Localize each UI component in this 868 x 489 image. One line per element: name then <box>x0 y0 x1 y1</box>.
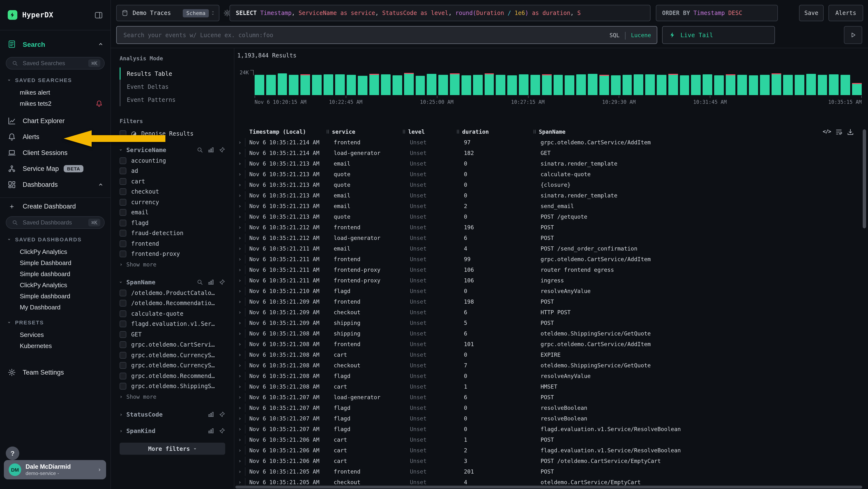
checkbox[interactable] <box>120 352 126 359</box>
histogram-bar[interactable] <box>795 75 804 95</box>
pin-icon[interactable] <box>219 279 225 285</box>
sql-select-editor[interactable]: SELECT Timestamp, ServiceName as service… <box>229 5 651 21</box>
dashboard-item[interactable]: Simple dashboard <box>0 268 111 280</box>
table-row[interactable]: ›Nov 6 10:35:21.209 AMcheckoutUnset6HTTP… <box>235 307 868 318</box>
histogram-bar[interactable] <box>714 75 724 95</box>
row-expand-chevron-icon[interactable]: › <box>238 298 241 305</box>
row-expand-chevron-icon[interactable]: › <box>238 373 241 379</box>
checkbox[interactable] <box>120 342 126 348</box>
histogram-bar[interactable] <box>404 73 414 95</box>
table-row[interactable]: ›Nov 6 10:35:21.208 AMcartUnset0EXPIRE <box>235 349 868 360</box>
row-expand-chevron-icon[interactable]: › <box>238 192 241 199</box>
table-row[interactable]: ›Nov 6 10:35:21.213 AMquoteUnset0{closur… <box>235 179 868 190</box>
table-row[interactable]: ›Nov 6 10:35:21.208 AMcheckoutUnset7otel… <box>235 360 868 371</box>
row-expand-chevron-icon[interactable]: › <box>238 383 241 390</box>
histogram-bar[interactable] <box>255 75 264 95</box>
sidebar-item-chart-explorer[interactable]: Chart Explorer <box>0 113 111 129</box>
filter-group-header[interactable]: ›SpanName <box>120 279 225 286</box>
filter-option[interactable]: email <box>120 207 225 218</box>
histogram-bar[interactable] <box>622 75 632 95</box>
histogram-bar[interactable] <box>611 75 620 95</box>
table-row[interactable]: ›Nov 6 10:35:21.208 AMflagdUnset0resolve… <box>235 371 868 381</box>
checkbox[interactable] <box>120 240 126 247</box>
checkbox[interactable] <box>120 251 126 258</box>
table-row[interactable]: ›Nov 6 10:35:21.210 AMflagdUnset0resolve… <box>235 286 868 296</box>
row-expand-chevron-icon[interactable]: › <box>238 139 241 146</box>
table-row[interactable]: ›Nov 6 10:35:21.207 AMflagdUnset0flagd.e… <box>235 424 868 434</box>
row-expand-chevron-icon[interactable]: › <box>238 447 241 454</box>
row-expand-chevron-icon[interactable]: › <box>238 405 241 411</box>
table-row[interactable]: ›Nov 6 10:35:21.207 AMflagdUnset0resolve… <box>235 403 868 413</box>
filter-option[interactable]: /oteldemo.ProductCatalo… <box>120 288 225 298</box>
histogram-bar[interactable] <box>301 74 310 95</box>
row-expand-chevron-icon[interactable]: › <box>238 182 241 188</box>
filter-option[interactable]: checkout <box>120 186 225 197</box>
filter-option[interactable]: accounting <box>120 155 225 166</box>
filter-option[interactable]: ad <box>120 166 225 176</box>
table-row[interactable]: ›Nov 6 10:35:21.208 AMcartUnset1HMSET <box>235 381 868 392</box>
dashboard-item[interactable]: ClickPy Analytics <box>0 280 111 291</box>
dashboard-item[interactable]: Simple Dashboard <box>0 257 111 268</box>
histogram-bar[interactable] <box>703 74 712 95</box>
chevron-up-icon[interactable]: › <box>96 42 105 46</box>
row-expand-chevron-icon[interactable]: › <box>238 150 241 156</box>
chevron-down-icon[interactable]: › <box>118 148 124 151</box>
saved-dashboards-section[interactable]: › SAVED DASHBOARDS <box>0 236 111 242</box>
histogram-bar[interactable] <box>680 75 689 95</box>
row-expand-chevron-icon[interactable]: › <box>238 309 241 315</box>
histogram-bar[interactable] <box>852 83 862 95</box>
histogram-bar[interactable] <box>553 75 563 95</box>
table-row[interactable]: ›Nov 6 10:35:21.213 AMemailUnset0sinatra… <box>235 190 868 201</box>
save-button[interactable]: Save <box>799 5 824 21</box>
row-expand-chevron-icon[interactable]: › <box>238 320 241 326</box>
saved-searches-input[interactable] <box>22 59 89 67</box>
dashboard-item[interactable]: My Dashboard <box>0 302 111 313</box>
histogram-bar[interactable] <box>772 74 781 95</box>
histogram-bar[interactable] <box>542 74 551 95</box>
event-search-input[interactable] <box>123 31 610 39</box>
sidebar-item-search[interactable]: Search › <box>0 36 111 52</box>
filter-option[interactable]: cart <box>120 176 225 186</box>
histogram-bar[interactable] <box>749 75 758 95</box>
filter-option[interactable]: flagd <box>120 218 225 228</box>
table-row[interactable]: ›Nov 6 10:35:21.211 AMemailUnset4POST /s… <box>235 243 868 254</box>
filter-option[interactable]: frontend-proxy <box>120 249 225 259</box>
histogram-bar[interactable] <box>312 75 322 95</box>
user-menu[interactable]: DM Dale McDiarmid demo-service - › <box>4 460 106 479</box>
vertical-scrollbar[interactable] <box>863 130 866 228</box>
histogram-bar[interactable] <box>576 74 586 95</box>
row-expand-chevron-icon[interactable]: › <box>238 256 241 262</box>
table-row[interactable]: ›Nov 6 10:35:21.207 AMflagdUnset0resolve… <box>235 413 868 424</box>
saved-dashboards-input[interactable] <box>22 219 89 226</box>
filter-option[interactable]: grpc.oteldemo.ShippingS… <box>120 381 225 392</box>
row-expand-chevron-icon[interactable]: › <box>238 267 241 273</box>
saved-search-item[interactable]: mikes tets2 <box>0 98 111 109</box>
checkbox[interactable] <box>120 157 126 164</box>
filter-option[interactable]: currency <box>120 197 225 207</box>
histogram-bar[interactable] <box>565 75 575 95</box>
filter-option[interactable]: GET <box>120 329 225 340</box>
checkbox[interactable] <box>120 220 126 226</box>
filter-option[interactable]: flagd.evaluation.v1.Ser… <box>120 319 225 329</box>
horizontal-scrollbar[interactable] <box>235 486 862 489</box>
row-expand-chevron-icon[interactable]: › <box>238 224 241 230</box>
table-row[interactable]: ›Nov 6 10:35:21.208 AMshippingUnset6otel… <box>235 328 868 339</box>
table-row[interactable]: ›Nov 6 10:35:21.211 AMfrontend-proxyUnse… <box>235 264 868 275</box>
chevron-up-icon[interactable]: › <box>96 182 105 187</box>
saved-searches-section[interactable]: › SAVED SEARCHES <box>0 77 111 83</box>
bar-chart-icon[interactable] <box>208 411 214 418</box>
histogram-bar[interactable] <box>783 75 793 95</box>
table-row[interactable]: ›Nov 6 10:35:21.213 AMemailUnset2send_em… <box>235 201 868 211</box>
live-tail-button[interactable]: Live Tail <box>662 26 775 44</box>
table-row[interactable]: ›Nov 6 10:35:21.209 AMshippingUnset5POST <box>235 318 868 328</box>
histogram-bar[interactable] <box>393 75 402 95</box>
lang-toggle-lucene[interactable]: Lucene <box>631 32 651 38</box>
histogram-bar[interactable] <box>335 74 345 95</box>
row-expand-chevron-icon[interactable]: › <box>238 171 241 177</box>
checkbox[interactable] <box>120 310 126 317</box>
histogram-bar[interactable] <box>439 75 448 95</box>
table-row[interactable]: ›Nov 6 10:35:21.214 AMfrontendUnset97grp… <box>235 137 868 148</box>
saved-dashboards-search[interactable]: ⌘K <box>6 216 105 229</box>
saved-search-item[interactable]: mikes alert <box>0 87 111 98</box>
saved-searches-search[interactable]: ⌘K <box>6 57 105 69</box>
